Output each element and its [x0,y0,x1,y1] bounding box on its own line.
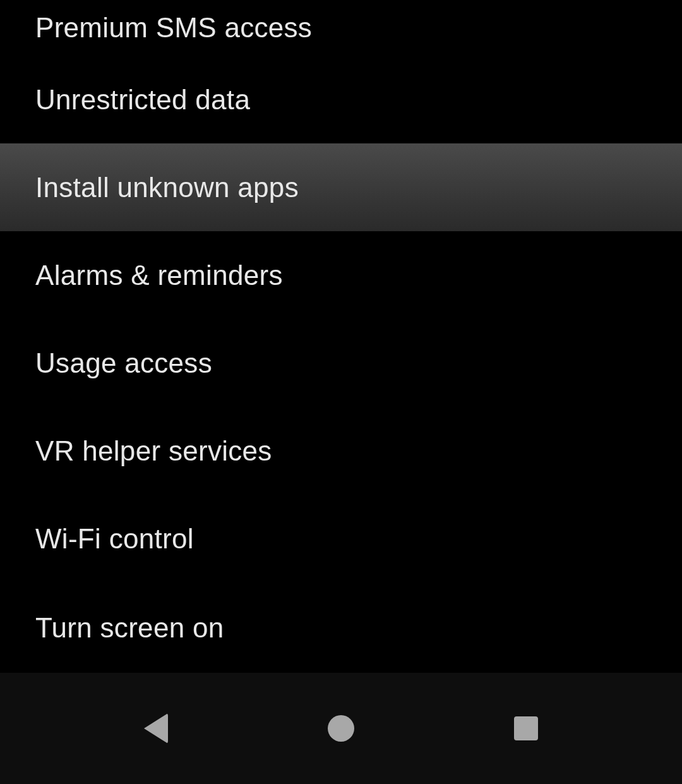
settings-item-label: Install unknown apps [35,172,299,203]
settings-item-vr-helper[interactable]: VR helper services [0,407,682,495]
settings-item-label: Unrestricted data [35,84,250,116]
settings-item-premium-sms[interactable]: Premium SMS access [0,0,682,56]
settings-item-unrestricted-data[interactable]: Unrestricted data [0,56,682,143]
home-button[interactable] [318,706,364,751]
settings-item-label: Usage access [35,347,212,379]
settings-item-label: Premium SMS access [35,12,312,44]
settings-item-wifi-control[interactable]: Wi-Fi control [0,495,682,582]
back-icon [144,713,168,744]
settings-item-alarms-reminders[interactable]: Alarms & reminders [0,231,682,319]
settings-item-turn-screen-on[interactable]: Turn screen on [0,582,682,673]
settings-item-label: Alarms & reminders [35,260,283,291]
recent-apps-button[interactable] [503,706,549,751]
back-button[interactable] [133,706,179,751]
navigation-bar [0,673,682,784]
settings-item-label: VR helper services [35,435,272,467]
settings-item-label: Turn screen on [35,612,224,644]
settings-item-usage-access[interactable]: Usage access [0,319,682,407]
settings-list: Premium SMS access Unrestricted data Ins… [0,0,682,673]
recent-apps-icon [514,716,538,740]
home-icon [328,715,354,742]
settings-item-label: Wi-Fi control [35,523,194,555]
settings-item-install-unknown-apps[interactable]: Install unknown apps [0,143,682,231]
